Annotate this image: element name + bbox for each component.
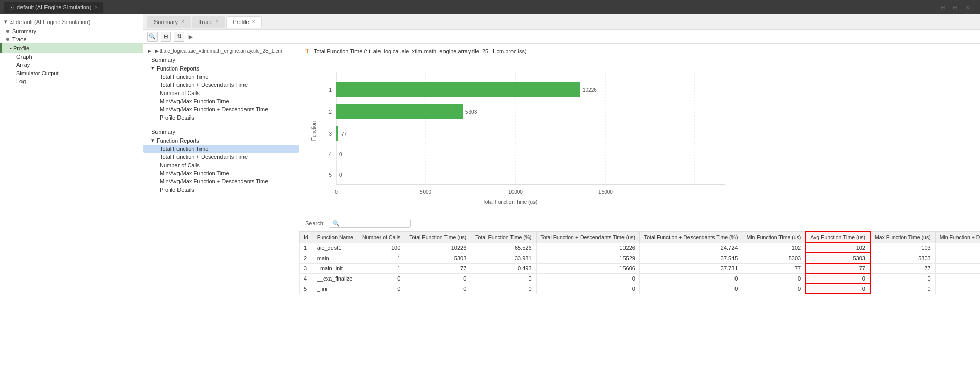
bar-1[interactable] [336,82,580,97]
sidebar-item-array[interactable]: Array [0,61,143,69]
tab-trace[interactable]: Trace × [192,16,226,28]
col-header-min-ft: Min Function Time (us) [742,231,806,243]
sidebar-item-trace[interactable]: Trace [0,35,143,43]
tree-function-reports-2[interactable]: ▾ Function Reports [143,136,299,145]
search-input[interactable] [329,219,411,228]
search-row: Search: [299,216,980,231]
svg-text:Total Function Time (us): Total Function Time (us) [483,199,538,205]
chart-title: Total Function Time (::tl.aie_logical.ai… [314,48,527,54]
svg-text:0: 0 [339,152,342,157]
svg-text:77: 77 [341,131,347,137]
col-header-total-fdt-pct: Total Function + Descendants Time (%) [639,231,742,243]
editor-tab-icon: ⊡ [9,4,14,11]
tree-function-reports-1[interactable]: ▾ Function Reports [143,64,299,73]
sidebar-trace-label: Trace [12,36,27,42]
profile-dot: • [10,45,13,51]
svg-text:0: 0 [335,189,338,195]
bar-chart-container: 1 2 3 4 5 10226 5303 7 [299,58,980,216]
col-header-max-ft: Max Function Time (us) [870,231,935,243]
layout-icon-3[interactable]: ⊠ [963,3,972,12]
top-right-icons: ⊟ ⊞ ⊠ [938,3,976,12]
tab-profile-label: Profile [233,19,249,25]
tree-total-function-time-1[interactable]: Total Function Time [143,73,299,81]
sidebar-header[interactable]: ▾ ⊡ default (AI Engine Simulation) [0,16,143,27]
t-icon: T [305,47,309,55]
tree-profile-details-1[interactable]: Profile Details [143,113,299,122]
col-header-total-fdt: Total Function + Descendants Time (us) [536,231,639,243]
sidebar-collapse-icon: ▾ [4,18,7,25]
tree-summary-1[interactable]: Summary [143,56,299,64]
sidebar-item-summary[interactable]: Summary [0,27,143,35]
col-header-name: Function Name [313,231,358,243]
chart-title-bar: T Total Function Time (::tl.aie_logical.… [299,44,980,58]
chart-pane: T Total Function Time (::tl.aie_logical.… [299,44,980,371]
tree-total-function-time-2[interactable]: Total Function Time [143,145,299,153]
tab-profile[interactable]: Profile × [226,16,261,28]
layout-icon-1[interactable]: ⊟ [938,3,947,12]
col-header-calls: Number of Calls [358,231,405,243]
col-header-total-ft-pct: Total Function Time (%) [471,231,536,243]
sidebar-item-simulator-output[interactable]: Simulator Output [0,69,143,77]
table-row: 1aie_dest11001022665.5261022624.72410210… [300,243,981,253]
col-header-avg-ft: Avg Function Time (us) [806,231,870,243]
sidebar-title-icon: ⊡ [9,18,14,25]
svg-text:4: 4 [329,152,332,157]
col-header-id: Id [300,231,313,243]
bar-2[interactable] [336,104,463,119]
svg-text:2: 2 [329,109,332,115]
tab-profile-close[interactable]: × [252,19,255,25]
svg-text:3: 3 [329,131,332,137]
layout-icon-2[interactable]: ⊞ [950,3,960,12]
tree-num-calls-1[interactable]: Number of Calls [143,89,299,97]
tab-summary-close[interactable]: × [181,19,184,25]
tree-total-fd-time-2[interactable]: Total Function + Descendants Time [143,153,299,161]
editor-tab[interactable]: ⊡ default (AI Engine Simulation) × [4,2,103,13]
sidebar-item-profile[interactable]: • Profile [0,43,143,53]
tree-num-calls-2[interactable]: Number of Calls [143,161,299,169]
summary-dot [6,30,9,33]
tab-trace-label: Trace [198,19,213,25]
sidebar-summary-label: Summary [12,28,36,34]
svg-text:1: 1 [329,87,332,93]
toolbar: 🔍 ⊟ ⇅ ► [143,30,980,44]
tab-summary-label: Summary [154,19,178,25]
tree-total-fd-time-1[interactable]: Total Function + Descendants Time [143,81,299,89]
svg-text:5: 5 [329,172,332,178]
tree-path-text: ►tl.aie_logical.aie_xtlm.math_engine.arr… [154,48,282,54]
tree-path[interactable]: ► ►tl.aie_logical.aie_xtlm.math_engine.a… [143,46,299,56]
tab-trace-close[interactable]: × [216,19,219,25]
tab-summary[interactable]: Summary × [147,16,191,28]
sidebar-title: default (AI Engine Simulation) [16,19,91,25]
sidebar: ▾ ⊡ default (AI Engine Simulation) Summa… [0,14,143,371]
tree-summary-2[interactable]: Summary [143,128,299,136]
svg-text:10000: 10000 [508,189,523,195]
trace-dot [6,38,9,41]
data-table-wrapper: Id Function Name Number of Calls Total F… [299,231,980,371]
tree-min-avg-max-1[interactable]: Min/Avg/Max Function Time [143,97,299,105]
svg-text:15000: 15000 [598,189,613,195]
editor-tab-close[interactable]: × [95,4,98,10]
tree-profile-details-2[interactable]: Profile Details [143,186,299,194]
tab-bar: Summary × Trace × Profile × [143,14,980,30]
editor-tab-label: default (AI Engine Simulation) [17,4,92,10]
tree-min-avg-max-fd-1[interactable]: Min/Avg/Max Function + Descendants Time [143,105,299,113]
content-area: Summary × Trace × Profile × 🔍 ⊟ ⇅ ► [143,14,980,371]
tree-pane: ► ►tl.aie_logical.aie_xtlm.math_engine.a… [143,44,299,371]
search-toolbar-btn[interactable]: 🔍 [147,32,158,42]
tree-min-avg-max-2[interactable]: Min/Avg/Max Function Time [143,169,299,177]
sidebar-item-log[interactable]: Log [0,77,143,85]
path-expand[interactable]: ► [147,48,152,54]
filter-toolbar-btn[interactable]: ⊟ [161,32,171,42]
function-reports-label-1: Function Reports [157,65,199,72]
tree-min-avg-max-fd-2[interactable]: Min/Avg/Max Function + Descendants Time [143,177,299,186]
group-arrow-1: ▾ [151,65,154,72]
svg-text:5303: 5303 [465,109,477,115]
bar-3[interactable] [336,126,338,141]
svg-text:Function: Function [311,121,317,141]
sort-toolbar-btn[interactable]: ⇅ [174,32,184,42]
table-row: 2main1530333.9811552937.5455303530353035… [300,253,981,263]
search-label: Search: [305,220,325,226]
col-header-min-fdt: Min Function + Descendants Ti... [935,231,980,243]
sidebar-item-graph[interactable]: Graph [0,53,143,61]
collapse-arrow[interactable]: ► [187,33,194,41]
